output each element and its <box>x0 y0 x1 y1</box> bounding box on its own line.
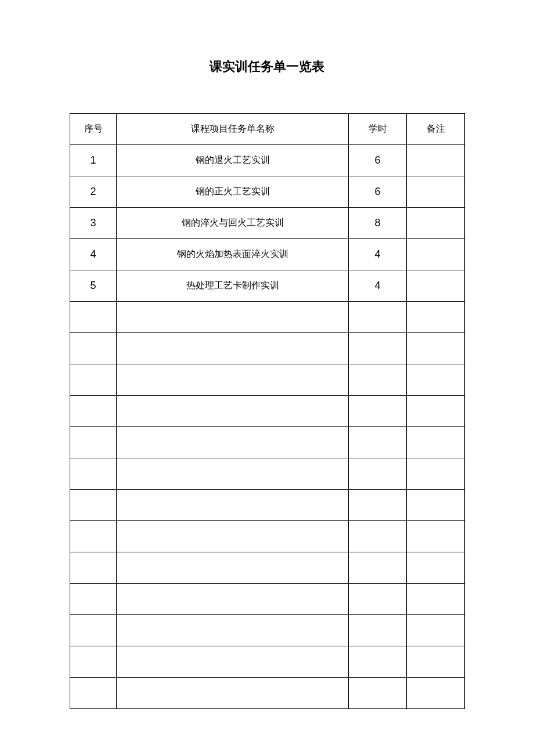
table-row <box>70 521 465 552</box>
cell-index <box>70 646 117 678</box>
cell-hours <box>349 333 407 364</box>
table-row <box>70 333 465 364</box>
cell-remark <box>407 208 465 239</box>
table-row <box>70 364 465 396</box>
cell-name <box>117 615 349 646</box>
cell-index <box>70 427 117 458</box>
table-row <box>70 678 465 709</box>
cell-name: 钢的正火工艺实训 <box>117 176 349 208</box>
table-row: 4钢的火焰加热表面淬火实训4 <box>70 239 465 270</box>
cell-index <box>70 584 117 615</box>
cell-name <box>117 584 349 615</box>
cell-index: 3 <box>70 208 117 239</box>
table-row: 1钢的退火工艺实训6 <box>70 145 465 176</box>
table-row: 5热处理工艺卡制作实训4 <box>70 270 465 302</box>
cell-index <box>70 302 117 333</box>
cell-name <box>117 396 349 427</box>
cell-index <box>70 678 117 709</box>
cell-hours <box>349 364 407 396</box>
table-row <box>70 458 465 490</box>
cell-index <box>70 490 117 521</box>
cell-hours: 6 <box>349 176 407 208</box>
cell-hours <box>349 490 407 521</box>
cell-remark <box>407 646 465 678</box>
table-row <box>70 552 465 584</box>
table-row <box>70 615 465 646</box>
cell-remark <box>407 270 465 302</box>
task-table: 序号 课程项目任务单名称 学时 备注 1钢的退火工艺实训62钢的正火工艺实训63… <box>70 113 465 709</box>
table-row <box>70 490 465 521</box>
table-row <box>70 302 465 333</box>
cell-hours <box>349 678 407 709</box>
cell-name: 钢的淬火与回火工艺实训 <box>117 208 349 239</box>
header-remark: 备注 <box>407 114 465 145</box>
cell-index <box>70 333 117 364</box>
cell-remark <box>407 521 465 552</box>
cell-remark <box>407 458 465 490</box>
cell-remark <box>407 239 465 270</box>
cell-name: 钢的退火工艺实训 <box>117 145 349 176</box>
cell-remark <box>407 145 465 176</box>
cell-name <box>117 521 349 552</box>
cell-name <box>117 333 349 364</box>
cell-hours <box>349 552 407 584</box>
cell-remark <box>407 176 465 208</box>
cell-name <box>117 364 349 396</box>
table-row <box>70 396 465 427</box>
table-container: 序号 课程项目任务单名称 学时 备注 1钢的退火工艺实训62钢的正火工艺实训63… <box>0 113 534 709</box>
cell-index: 4 <box>70 239 117 270</box>
header-hours: 学时 <box>349 114 407 145</box>
cell-name <box>117 490 349 521</box>
cell-name: 钢的火焰加热表面淬火实训 <box>117 239 349 270</box>
cell-remark <box>407 490 465 521</box>
header-index: 序号 <box>70 114 117 145</box>
cell-hours <box>349 584 407 615</box>
cell-index <box>70 552 117 584</box>
cell-remark <box>407 427 465 458</box>
table-row <box>70 584 465 615</box>
cell-index: 2 <box>70 176 117 208</box>
cell-remark <box>407 302 465 333</box>
cell-remark <box>407 333 465 364</box>
cell-name <box>117 552 349 584</box>
cell-hours <box>349 427 407 458</box>
header-name: 课程项目任务单名称 <box>117 114 349 145</box>
table-row <box>70 427 465 458</box>
table-row <box>70 646 465 678</box>
cell-hours <box>349 302 407 333</box>
cell-hours <box>349 521 407 552</box>
cell-remark <box>407 678 465 709</box>
cell-index <box>70 615 117 646</box>
cell-hours <box>349 458 407 490</box>
cell-hours: 4 <box>349 239 407 270</box>
table-header-row: 序号 课程项目任务单名称 学时 备注 <box>70 114 465 145</box>
cell-hours <box>349 396 407 427</box>
cell-remark <box>407 396 465 427</box>
cell-name <box>117 302 349 333</box>
cell-hours: 8 <box>349 208 407 239</box>
cell-remark <box>407 615 465 646</box>
cell-name <box>117 678 349 709</box>
cell-hours: 4 <box>349 270 407 302</box>
cell-hours <box>349 615 407 646</box>
cell-index <box>70 521 117 552</box>
cell-remark <box>407 552 465 584</box>
page-title: 课实训任务单一览表 <box>0 0 534 113</box>
cell-index <box>70 396 117 427</box>
cell-name: 热处理工艺卡制作实训 <box>117 270 349 302</box>
table-row: 2钢的正火工艺实训6 <box>70 176 465 208</box>
cell-remark <box>407 364 465 396</box>
cell-name <box>117 646 349 678</box>
cell-index <box>70 364 117 396</box>
cell-index: 5 <box>70 270 117 302</box>
cell-hours <box>349 646 407 678</box>
cell-index <box>70 458 117 490</box>
cell-hours: 6 <box>349 145 407 176</box>
cell-name <box>117 458 349 490</box>
cell-index: 1 <box>70 145 117 176</box>
cell-name <box>117 427 349 458</box>
table-row: 3钢的淬火与回火工艺实训8 <box>70 208 465 239</box>
cell-remark <box>407 584 465 615</box>
